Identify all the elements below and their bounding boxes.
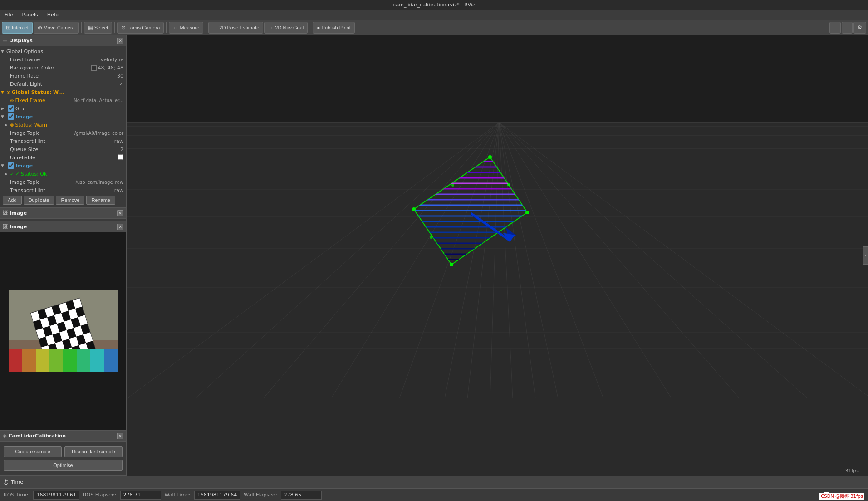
image-panel-1-close[interactable]: ✕ <box>117 210 123 216</box>
camlidar-close[interactable]: ✕ <box>117 433 123 439</box>
svg-point-53 <box>412 207 416 211</box>
image2-topic-value: /usb_cam/image_raw <box>75 180 125 185</box>
fps-display: 31fps <box>845 468 859 474</box>
image1-transport-label: Transport Hint <box>10 138 114 144</box>
image2-row[interactable]: ▼ Image <box>0 162 126 170</box>
title-bar: cam_lidar_calibration.rviz* - RViz <box>0 0 868 10</box>
global-status-label: Global Status: W... <box>11 89 125 95</box>
image2-status-row[interactable]: ▶ ✓ ✓ Status: Ok <box>0 170 126 178</box>
menu-help[interactable]: Help <box>44 11 61 19</box>
main-area: ☰ Displays ✕ ▼ Global Options Fixed Fram… <box>0 35 868 476</box>
fixed-frame-status-value: No tf data. Actual er... <box>74 98 125 103</box>
image-panel-2-close[interactable]: ✕ <box>117 224 123 230</box>
svg-point-56 <box>451 184 454 187</box>
add-display-button[interactable]: Add <box>3 196 22 205</box>
grid-svg <box>127 35 868 476</box>
measure-icon: ↔ <box>173 25 178 31</box>
menu-file[interactable]: File <box>2 11 15 19</box>
default-light-row[interactable]: Default Light ✓ <box>0 80 126 88</box>
default-light-value: ✓ <box>119 81 125 87</box>
svg-rect-1 <box>127 122 868 123</box>
svg-rect-2 <box>127 35 868 122</box>
fixed-frame-value: velodyne <box>101 57 125 63</box>
image2-transport-row[interactable]: Transport Hint raw <box>0 186 126 193</box>
measure-button[interactable]: ↔ Measure <box>169 22 203 34</box>
global-options-label: Global Options <box>6 49 125 54</box>
image2-status-icon: ✓ <box>10 172 14 177</box>
image1-checkbox[interactable] <box>8 113 14 120</box>
camlidar-panel: ◈ CamLidarCalibration ✕ Capture sample D… <box>0 431 126 476</box>
image2-checkbox[interactable] <box>8 162 14 169</box>
focus-camera-icon: ⊙ <box>121 25 126 31</box>
interact-icon: ⊞ <box>6 25 10 31</box>
menu-bar: File Panels Help <box>0 10 868 20</box>
svg-point-51 <box>525 211 529 214</box>
pose-estimate-icon: → <box>212 25 218 31</box>
settings-extra-button[interactable]: ⚙ <box>853 22 866 34</box>
move-camera-button[interactable]: ⊕ Move Camera <box>34 22 79 34</box>
image1-unreliable-row[interactable]: Unreliable <box>0 153 126 162</box>
bg-color-row[interactable]: Background Color 48; 48; 48 <box>0 64 126 72</box>
image-panel-2-header: 🖼 Image ✕ <box>0 221 126 232</box>
pose-estimate-button[interactable]: → 2D Pose Estimate <box>208 22 263 34</box>
image1-status-label: Status: Warn <box>15 122 125 128</box>
image1-unreliable-checkbox[interactable] <box>118 154 123 160</box>
svg-point-57 <box>430 236 432 239</box>
viewport[interactable]: 31fps › <box>127 35 868 476</box>
image1-topic-row[interactable]: Image Topic /gmsl/A0/image_color <box>0 129 126 137</box>
select-button[interactable]: ▦ Select <box>84 22 113 34</box>
checkerboard-canvas <box>9 290 118 372</box>
nav-goal-button[interactable]: → 2D Nav Goal <box>264 22 308 34</box>
discard-sample-button[interactable]: Discard last sample <box>64 446 123 457</box>
bg-color-swatch[interactable] <box>91 65 97 71</box>
focus-camera-button[interactable]: ⊙ Focus Camera <box>117 22 164 34</box>
global-status-icon: ⊗ <box>6 90 10 95</box>
ros-time-value: 1681981179.61 <box>33 491 79 500</box>
image1-transport-row[interactable]: Transport Hint raw <box>0 137 126 145</box>
fixed-frame-label: Fixed Frame <box>10 57 101 63</box>
remove-display-button[interactable]: Remove <box>56 196 84 205</box>
displays-panel-close[interactable]: ✕ <box>117 38 123 44</box>
displays-tree[interactable]: ▼ Global Options Fixed Frame velodyne Ba… <box>0 46 126 193</box>
toolbar-sep-5 <box>310 22 310 33</box>
add-extra-button[interactable]: + <box>829 22 840 34</box>
ros-elapsed-value: 278.71 <box>120 491 161 500</box>
rename-display-button[interactable]: Rename <box>86 196 115 205</box>
frame-rate-row[interactable]: Frame Rate 30 <box>0 72 126 80</box>
global-status-arrow: ▼ <box>1 90 6 94</box>
duplicate-display-button[interactable]: Duplicate <box>24 196 54 205</box>
displays-btn-row: Add Duplicate Remove Rename <box>0 193 126 207</box>
image1-status-arrow: ▶ <box>5 123 10 127</box>
menu-panels[interactable]: Panels <box>19 11 40 19</box>
remove-extra-button[interactable]: − <box>842 22 853 34</box>
image2-topic-row[interactable]: Image Topic /usb_cam/image_raw <box>0 178 126 186</box>
time-label: Time <box>11 479 23 485</box>
grid-checkbox[interactable] <box>8 105 14 112</box>
global-status-row[interactable]: ▼ ⊗ Global Status: W... <box>0 88 126 96</box>
fixed-frame-status-row[interactable]: ⊗ Fixed Frame No tf data. Actual er... <box>0 96 126 104</box>
image-display <box>0 232 126 430</box>
window-title: cam_lidar_calibration.rviz* - RViz <box>393 2 475 8</box>
image2-transport-value: raw <box>114 187 125 193</box>
wall-elapsed-value: 278.65 <box>281 491 322 500</box>
nav-goal-icon: → <box>268 25 274 31</box>
global-options-row[interactable]: ▼ Global Options <box>0 47 126 55</box>
left-panel: ☰ Displays ✕ ▼ Global Options Fixed Fram… <box>0 35 127 476</box>
capture-sample-button[interactable]: Capture sample <box>4 446 62 457</box>
side-handle[interactable]: › <box>863 246 868 265</box>
publish-point-button[interactable]: ● Publish Point <box>313 22 354 34</box>
grid-row[interactable]: ▶ Grid <box>0 104 126 113</box>
image1-row[interactable]: ▼ Image <box>0 113 126 121</box>
image1-queue-row[interactable]: Queue Size 2 <box>0 145 126 153</box>
camlidar-btn-row: Capture sample Discard last sample <box>4 446 123 457</box>
wall-elapsed-label: Wall Elapsed: <box>244 492 277 498</box>
image2-topic-label: Image Topic <box>10 179 75 185</box>
image1-transport-value: raw <box>114 138 125 144</box>
image-panel-1-title: Image <box>10 210 27 216</box>
image1-status-icon: ⊗ <box>10 123 14 128</box>
optimise-button[interactable]: Optimise <box>4 460 123 471</box>
grid-arrow: ▶ <box>1 106 6 111</box>
fixed-frame-row[interactable]: Fixed Frame velodyne <box>0 55 126 64</box>
image1-status-row[interactable]: ▶ ⊗ Status: Warn <box>0 121 126 129</box>
interact-button[interactable]: ⊞ Interact <box>2 22 33 34</box>
